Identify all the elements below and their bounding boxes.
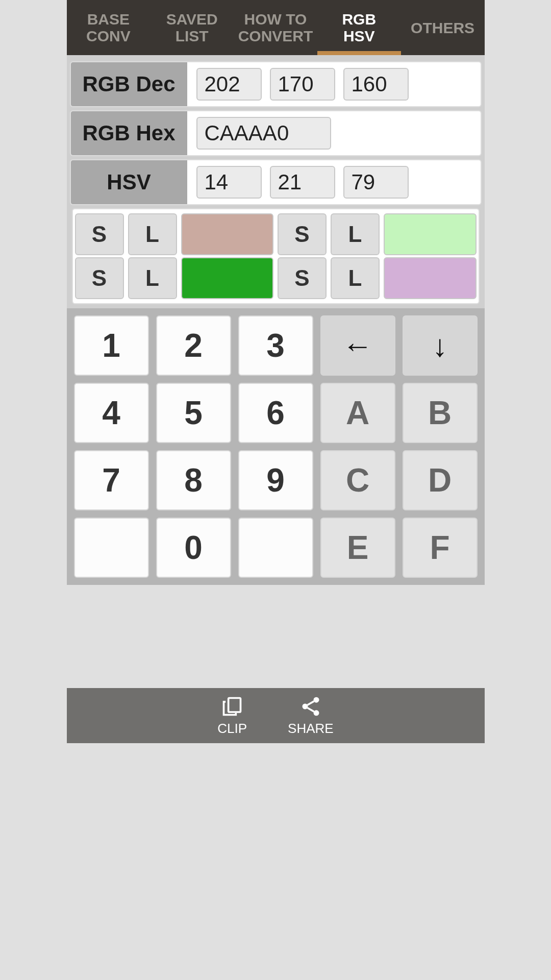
- hsv-h-input[interactable]: 14: [196, 166, 262, 199]
- key-3[interactable]: 3: [238, 315, 313, 376]
- swatch-1-s-button[interactable]: S: [75, 213, 124, 255]
- swatch-1-l-button[interactable]: L: [128, 213, 177, 255]
- tab-rgb-hsv[interactable]: RGB HSV: [317, 0, 401, 55]
- tab-saved-list[interactable]: SAVED LIST: [150, 0, 234, 55]
- swatch-2-s-button[interactable]: S: [278, 213, 327, 255]
- clip-icon: [221, 695, 243, 718]
- key-8[interactable]: 8: [156, 450, 231, 510]
- row-rgb-hex: RGB Hex CAAAA0: [70, 110, 482, 156]
- key-4[interactable]: 4: [74, 383, 149, 443]
- swatch-2-l-button[interactable]: L: [331, 213, 380, 255]
- row-rgb-dec: RGB Dec 202 170 160: [70, 61, 482, 107]
- rgb-dec-label: RGB Dec: [71, 62, 187, 106]
- arrow-down-icon: ↓: [432, 328, 447, 363]
- hsv-label: HSV: [71, 160, 187, 204]
- key-d[interactable]: D: [403, 450, 478, 510]
- svg-point-1: [313, 697, 319, 702]
- key-backspace[interactable]: ←: [320, 315, 395, 376]
- input-rows: RGB Dec 202 170 160 RGB Hex CAAAA0 HSV 1…: [67, 55, 485, 308]
- key-7[interactable]: 7: [74, 450, 149, 510]
- key-0[interactable]: 0: [156, 518, 231, 578]
- swatch-4-l-button[interactable]: L: [331, 257, 380, 299]
- swatch-2-color[interactable]: [384, 213, 477, 255]
- tab-others[interactable]: OTHERS: [401, 0, 485, 55]
- swatch-3-color[interactable]: [181, 257, 274, 299]
- rgb-dec-g-input[interactable]: 170: [270, 68, 335, 101]
- key-c[interactable]: C: [320, 450, 395, 510]
- key-9[interactable]: 9: [238, 450, 313, 510]
- swatch-1-color[interactable]: [181, 213, 274, 255]
- swatch-3-s-button[interactable]: S: [75, 257, 124, 299]
- swatch-3-l-button[interactable]: L: [128, 257, 177, 299]
- key-2[interactable]: 2: [156, 315, 231, 376]
- share-icon: [299, 695, 322, 718]
- share-button[interactable]: SHARE: [288, 695, 334, 737]
- svg-point-3: [313, 710, 319, 716]
- clip-label: CLIP: [217, 721, 247, 737]
- key-f[interactable]: F: [403, 518, 478, 578]
- key-5[interactable]: 5: [156, 383, 231, 443]
- tab-base-conv[interactable]: BASE CONV: [67, 0, 151, 55]
- swatch-area: S L S L S L S L: [72, 208, 480, 304]
- key-blank-right: [238, 518, 313, 578]
- keypad: 1 2 3 ← ↓ 4 5 6 A B 7 8 9 C D 0 E F: [67, 308, 485, 585]
- bottom-bar: CLIP SHARE: [67, 688, 485, 743]
- key-a[interactable]: A: [320, 383, 395, 443]
- hsv-s-input[interactable]: 21: [270, 166, 335, 199]
- row-hsv: HSV 14 21 79: [70, 159, 482, 205]
- rgb-dec-r-input[interactable]: 202: [196, 68, 262, 101]
- tab-how-to-convert[interactable]: HOW TO CONVERT: [234, 0, 317, 55]
- hsv-v-input[interactable]: 79: [343, 166, 409, 199]
- key-b[interactable]: B: [403, 383, 478, 443]
- key-6[interactable]: 6: [238, 383, 313, 443]
- svg-rect-0: [229, 698, 241, 712]
- key-down[interactable]: ↓: [403, 315, 478, 376]
- spacer: [67, 585, 485, 688]
- key-e[interactable]: E: [320, 518, 395, 578]
- rgb-dec-b-input[interactable]: 160: [343, 68, 409, 101]
- key-blank-left: [74, 518, 149, 578]
- swatch-4-s-button[interactable]: S: [278, 257, 327, 299]
- swatch-4-color[interactable]: [384, 257, 477, 299]
- arrow-left-icon: ←: [342, 328, 373, 363]
- share-label: SHARE: [288, 721, 334, 737]
- svg-point-2: [302, 703, 308, 709]
- tab-bar: BASE CONV SAVED LIST HOW TO CONVERT RGB …: [67, 0, 485, 55]
- rgb-hex-label: RGB Hex: [71, 111, 187, 155]
- key-1[interactable]: 1: [74, 315, 149, 376]
- rgb-hex-input[interactable]: CAAAA0: [196, 117, 331, 150]
- clip-button[interactable]: CLIP: [217, 695, 247, 737]
